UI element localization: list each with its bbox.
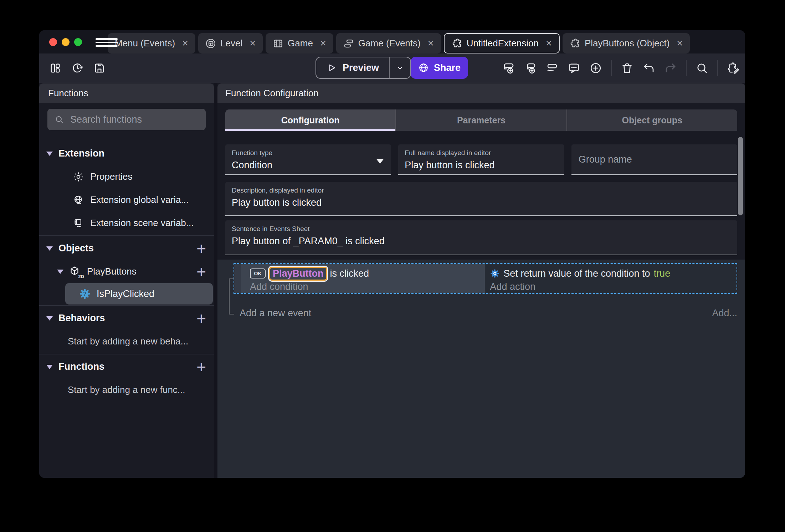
dropdown-arrow-icon <box>376 159 384 164</box>
description-field[interactable]: Description, displayed in editor Play bu… <box>225 182 737 216</box>
field-label: Full name displayed in editor <box>405 149 558 157</box>
add-function-button[interactable]: + <box>196 359 206 375</box>
film-icon <box>273 38 283 49</box>
condition-object-chip[interactable]: PlayButton <box>269 267 327 281</box>
field-label: Function type <box>232 149 385 157</box>
close-tab-icon[interactable]: × <box>250 38 256 48</box>
close-tab-icon[interactable]: × <box>182 38 188 48</box>
group-name-field[interactable] <box>571 144 737 175</box>
add-subevent-button[interactable] <box>524 62 537 75</box>
condition-function-icon: ? <box>79 288 91 300</box>
undo-icon[interactable] <box>642 62 655 75</box>
add-new-event-button[interactable]: Add a new event <box>240 308 311 319</box>
search-icon[interactable] <box>696 62 708 75</box>
tab-menu-events[interactable]: Menu (Events) × <box>108 33 195 53</box>
tab-label: Game (Events) <box>358 38 421 49</box>
project-manager-icon[interactable] <box>49 62 61 74</box>
preview-button[interactable]: Preview <box>316 57 389 78</box>
trash-icon[interactable] <box>621 62 633 75</box>
scene-icon <box>205 38 216 49</box>
sidebar-item-properties[interactable]: Properties <box>39 165 214 188</box>
add-condition-button[interactable]: Add condition <box>250 281 485 292</box>
sidebar-item-extension-scene-variables[interactable]: Extension scene variab... <box>39 211 214 235</box>
vertical-scrollbar[interactable] <box>738 137 743 215</box>
field-value: Play button of _PARAM0_ is clicked <box>232 236 731 247</box>
minimize-window-button[interactable] <box>62 38 70 46</box>
edit-extension-icon[interactable] <box>727 62 740 75</box>
item-label: Properties <box>90 171 133 182</box>
field-value: Play button is clicked <box>405 160 558 171</box>
full-name-field[interactable]: Full name displayed in editor Play butto… <box>398 144 564 175</box>
functions-sidebar: Functions Extension Properties Extension… <box>39 83 214 478</box>
svg-text:?: ? <box>83 291 87 297</box>
action-text[interactable]: Set return value of the condition to <box>503 268 650 279</box>
preview-label: Preview <box>343 62 379 73</box>
close-tab-icon[interactable]: × <box>428 38 434 48</box>
tab-configuration[interactable]: Configuration <box>225 109 395 131</box>
search-functions-box[interactable] <box>47 109 206 130</box>
item-label: Extension global varia... <box>90 194 189 205</box>
share-button[interactable]: Share <box>411 57 468 79</box>
preview-options-button[interactable] <box>390 57 410 78</box>
field-value: Play button is clicked <box>232 197 731 208</box>
collapse-arrow-icon[interactable] <box>46 365 53 369</box>
function-type-select[interactable]: Function type Condition <box>225 144 391 175</box>
hamburger-menu-icon[interactable] <box>96 38 118 47</box>
return-value-gear-icon <box>490 268 500 278</box>
collapse-arrow-icon[interactable] <box>57 270 63 274</box>
globe-icon <box>418 62 429 73</box>
sidebar-item-extension-global-variables[interactable]: Extension global varia... <box>39 188 214 211</box>
tab-untitled-extension[interactable]: UntitledExtension × <box>444 33 560 53</box>
sentence-field[interactable]: Sentence in Events Sheet Play button of … <box>225 220 737 255</box>
collapse-arrow-icon[interactable] <box>46 152 53 156</box>
action-value[interactable]: true <box>654 268 671 279</box>
puzzle-icon <box>452 38 462 49</box>
save-icon[interactable] <box>93 62 106 74</box>
tab-label: Menu (Events) <box>115 38 175 49</box>
condition-text[interactable]: is clicked <box>330 268 369 279</box>
add-behavior-button[interactable]: + <box>196 310 206 327</box>
functions-section-header[interactable]: Functions + <box>39 355 214 378</box>
tab-object-groups[interactable]: Object groups <box>566 109 737 131</box>
close-tab-icon[interactable]: × <box>546 38 552 48</box>
app-window: Menu (Events) × Level × Game × Game (Eve… <box>39 30 745 478</box>
history-icon[interactable] <box>71 62 83 74</box>
objects-section-header[interactable]: Objects + <box>39 237 214 260</box>
tab-game[interactable]: Game × <box>266 33 333 53</box>
actions-column: Set return value of the condition to tru… <box>485 264 737 293</box>
item-label: PlayButtons <box>87 266 137 277</box>
chevron-down-icon <box>395 63 405 72</box>
functions-empty-text: Start by adding a new func... <box>39 378 214 401</box>
tab-level[interactable]: Level × <box>198 33 263 53</box>
behaviors-section-header[interactable]: Behaviors + <box>39 307 214 330</box>
close-tab-icon[interactable]: × <box>677 38 683 48</box>
add-more-button[interactable]: Add... <box>712 308 737 319</box>
section-label: Extension <box>58 148 104 159</box>
group-name-input[interactable] <box>578 154 731 165</box>
event-drag-handle[interactable] <box>234 264 241 293</box>
collapse-arrow-icon[interactable] <box>46 246 53 251</box>
tab-playbuttons-object[interactable]: PlayButtons (Object) × <box>563 33 690 53</box>
search-functions-input[interactable] <box>70 114 199 126</box>
field-label: Description, displayed in editor <box>232 186 731 194</box>
tab-parameters[interactable]: Parameters <box>395 109 566 131</box>
extension-section-header[interactable]: Extension <box>39 142 214 165</box>
close-window-button[interactable] <box>49 38 57 46</box>
divider <box>39 354 214 354</box>
add-comment-button[interactable] <box>568 62 580 75</box>
choose-event-button[interactable] <box>589 62 602 75</box>
add-object-function-button[interactable]: + <box>196 264 206 280</box>
collapse-arrow-icon[interactable] <box>46 316 53 321</box>
add-event-button[interactable] <box>502 62 515 75</box>
tab-game-events[interactable]: Game (Events) × <box>336 33 441 53</box>
tree-item-playbuttons[interactable]: 2D PlayButtons + <box>39 260 214 283</box>
add-object-button[interactable]: + <box>196 240 206 257</box>
add-other-events-button[interactable] <box>546 62 559 75</box>
maximize-window-button[interactable] <box>74 38 82 46</box>
redo-icon[interactable] <box>664 62 677 75</box>
add-action-button[interactable]: Add action <box>490 281 737 292</box>
close-tab-icon[interactable]: × <box>320 38 326 48</box>
section-label: Functions <box>58 361 104 372</box>
event-row-selected[interactable]: OK PlayButton is clicked Add condition <box>234 263 737 294</box>
tree-item-isplayclicked-selected[interactable]: ? IsPlayClicked <box>65 283 213 305</box>
